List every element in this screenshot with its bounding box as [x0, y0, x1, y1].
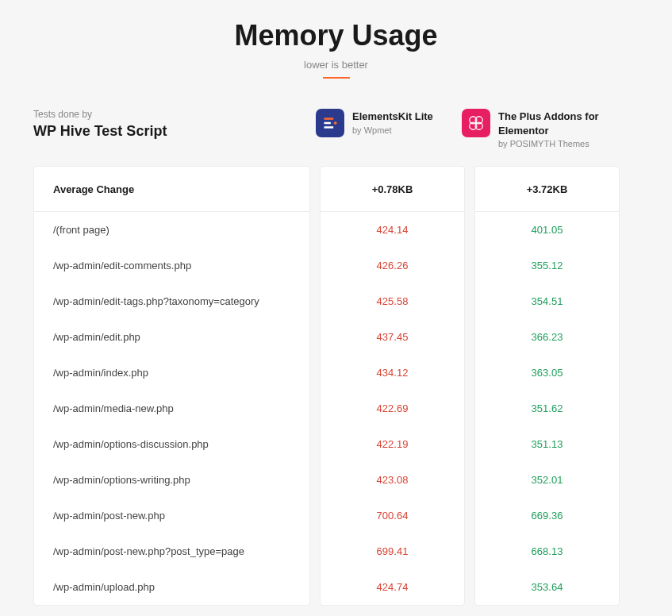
path-column: Average Change /(front page)/wp-admin/ed… [33, 166, 310, 606]
path-cell: /wp-admin/index.php [34, 355, 309, 391]
path-cell: /wp-admin/options-discussion.php [34, 426, 309, 462]
tests-by-label: Tests done by [33, 109, 316, 120]
value-cell: 352.01 [475, 462, 619, 498]
product-info: The Plus Addons for Elementor by POSIMYT… [498, 109, 627, 148]
svg-rect-0 [324, 117, 334, 120]
path-cell: /wp-admin/media-new.php [34, 391, 309, 426]
page-subtitle: lower is better [0, 59, 672, 71]
value-column-1: +0.78KB 424.14426.26425.58437.45434.1242… [320, 166, 465, 606]
value-cell: 424.14 [321, 212, 464, 248]
value-column-2: +3.72KB 401.05355.12354.51366.23363.0535… [474, 166, 620, 606]
products-row: Tests done by WP Hive Test Script Elemen… [0, 93, 672, 166]
svg-rect-1 [324, 122, 331, 125]
value-cell: 424.74 [321, 569, 464, 605]
comparison-table: Average Change /(front page)/wp-admin/ed… [0, 166, 672, 616]
value-cell: 422.19 [321, 426, 464, 462]
svg-rect-3 [333, 121, 337, 125]
product-info: ElementsKit Lite by Wpmet [352, 109, 433, 135]
value-cell: 423.08 [321, 462, 464, 498]
theplus-icon [462, 109, 490, 137]
product-name: The Plus Addons for Elementor [498, 110, 627, 137]
path-cell: /wp-admin/edit.php [34, 319, 309, 355]
value-cell: 401.05 [475, 212, 619, 248]
avg-change-value-2: +3.72KB [475, 167, 619, 212]
svg-rect-2 [324, 126, 334, 129]
product-author: by POSIMYTH Themes [498, 139, 627, 148]
tests-by-name: WP Hive Test Script [33, 123, 316, 140]
value-cell: 437.45 [321, 319, 464, 355]
value-cell: 434.12 [321, 355, 464, 391]
path-cell: /wp-admin/edit-tags.php?taxonomy=categor… [34, 283, 309, 319]
value-cell: 355.12 [475, 248, 619, 283]
value-cell: 422.69 [321, 391, 464, 426]
accent-divider [323, 77, 350, 79]
value-cell: 668.13 [475, 533, 619, 569]
path-cell: /wp-admin/options-writing.php [34, 462, 309, 498]
product-name: ElementsKit Lite [352, 110, 433, 124]
value-cell: 426.26 [321, 248, 464, 283]
product-theplus: The Plus Addons for Elementor by POSIMYT… [462, 109, 633, 148]
value-cell: 366.23 [475, 319, 619, 355]
value-cell: 351.13 [475, 426, 619, 462]
page-title: Memory Usage [0, 19, 672, 52]
value-cell: 699.41 [321, 533, 464, 569]
product-author: by Wpmet [352, 125, 433, 135]
value-cell: 351.62 [475, 391, 619, 426]
tests-by-block: Tests done by WP Hive Test Script [33, 109, 316, 140]
path-cell: /wp-admin/edit-comments.php [34, 248, 309, 283]
path-cell: /wp-admin/upload.php [34, 569, 309, 605]
value-cell: 425.58 [321, 283, 464, 319]
value-cell: 363.05 [475, 355, 619, 391]
elementskit-icon [316, 109, 344, 137]
value-cell: 669.36 [475, 498, 619, 533]
path-cell: /wp-admin/post-new.php [34, 498, 309, 533]
product-elementskit: ElementsKit Lite by Wpmet [316, 109, 462, 137]
value-cell: 353.64 [475, 569, 619, 605]
value-cell: 700.64 [321, 498, 464, 533]
path-cell: /(front page) [34, 212, 309, 248]
path-cell: /wp-admin/post-new.php?post_type=page [34, 533, 309, 569]
avg-change-value-1: +0.78KB [321, 167, 464, 212]
avg-change-label: Average Change [34, 167, 309, 212]
page-header: Memory Usage lower is better [0, 0, 672, 93]
value-cell: 354.51 [475, 283, 619, 319]
